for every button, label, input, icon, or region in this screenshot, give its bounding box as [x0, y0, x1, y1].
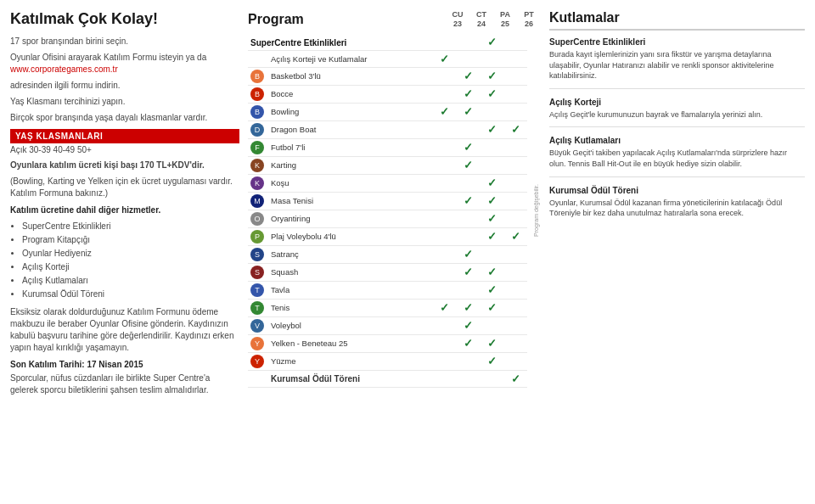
check-cu	[432, 210, 456, 227]
table-row: BBocce✓✓	[248, 85, 527, 103]
check-cu: ✓	[432, 299, 456, 316]
check-ct	[456, 120, 480, 138]
row-name: Oryantiring	[268, 210, 432, 227]
check-ct	[456, 370, 480, 387]
price-note: (Bowling, Karting ve Yelken için ek ücre…	[10, 176, 239, 199]
icon-cell: Y	[248, 352, 268, 370]
check-ct	[456, 50, 480, 67]
check-cu: ✓	[432, 103, 456, 120]
check-pt	[503, 210, 527, 227]
check-cu	[432, 352, 456, 370]
check-pt	[503, 316, 527, 334]
table-row: BBowling✓✓	[248, 103, 527, 120]
section-divider	[549, 176, 805, 177]
check-pa	[480, 138, 503, 156]
icon-cell: B	[248, 85, 268, 103]
check-pa	[480, 370, 503, 387]
list-item: Açılış Korteji	[22, 260, 239, 274]
row-name: Yüzme	[268, 352, 432, 370]
sport-icon: M	[250, 194, 264, 208]
check-ct: ✓	[456, 245, 480, 263]
table-row: MMasa Tenisi✓✓	[248, 192, 527, 210]
icon-cell: O	[248, 210, 268, 227]
check-ct: ✓	[456, 85, 480, 103]
row-name: Masa Tenisi	[268, 192, 432, 210]
check-pa	[480, 103, 503, 120]
sport-icon: F	[250, 141, 264, 154]
left-column: Katılmak Çok Kolay! 17 spor branşından b…	[10, 10, 239, 494]
kutlamalar-sections: SuperCentre EtkinlikleriBurada kayıt işl…	[549, 37, 805, 219]
kut-section: Kurumsal Ödül TöreniOyunlar, Kurumsal Öd…	[549, 186, 805, 219]
check-cu	[432, 370, 456, 387]
table-row: TTavla✓	[248, 281, 527, 299]
icon-cell: M	[248, 192, 268, 210]
kut-section-title: Açılış Korteji	[549, 98, 805, 107]
icon-cell: V	[248, 316, 268, 334]
program-table: SuperCentre Etkinlikleri ✓ Açılış Kortej…	[248, 34, 527, 388]
col-hdr-pt: PT26	[517, 10, 541, 29]
check-pa	[480, 156, 503, 174]
check-cu	[432, 316, 456, 334]
table-row: YYüzme✓	[248, 352, 527, 370]
left-subtitle: 17 spor branşından birini seçin.	[10, 36, 239, 48]
row-name: Açılış Korteji ve Kutlamalar	[268, 50, 432, 67]
icon-cell: S	[248, 263, 268, 281]
row-name: Tavla	[268, 281, 432, 299]
icon-cell: S	[248, 245, 268, 263]
check-ct	[456, 227, 480, 245]
table-row: KKarting✓	[248, 156, 527, 174]
check-pt	[503, 245, 527, 263]
check-ct	[456, 352, 480, 370]
check-pt	[503, 192, 527, 210]
check-pt: ✓	[503, 120, 527, 138]
sport-icon: T	[250, 283, 264, 297]
icon-cell	[248, 370, 268, 387]
sport-icon: V	[250, 319, 264, 333]
section-header: SuperCentre Etkinlikleri	[248, 34, 432, 51]
registration-info: Eksiksiz olarak doldurduğunuz Katılım Fo…	[10, 306, 239, 354]
check-pt: ✓	[503, 227, 527, 245]
check-cu	[432, 120, 456, 138]
section-divider	[549, 126, 805, 127]
deadline-note: Sporcular, nüfus cüzdanları ile birlikte…	[10, 372, 239, 396]
row-name: Karting	[268, 156, 432, 174]
website-link[interactable]: www.corporategames.com.tr	[10, 64, 118, 74]
table-row: VVoleybol✓	[248, 316, 527, 334]
row-name: Bocce	[268, 85, 432, 103]
check-pt	[503, 352, 527, 370]
sport-icon: T	[250, 301, 264, 315]
check-pa: ✓	[480, 263, 503, 281]
icon-cell: K	[248, 156, 268, 174]
sport-icon: P	[250, 230, 264, 244]
price-label: Oyunlara katılım ücreti kişi başı 170 TL…	[10, 160, 239, 171]
check-cu	[432, 156, 456, 174]
icon-cell: T	[248, 281, 268, 299]
check-pt	[503, 263, 527, 281]
icon-cell	[248, 50, 268, 67]
check-ct: ✓	[456, 316, 480, 334]
icon-cell: Y	[248, 334, 268, 352]
row-name: Tenis	[268, 299, 432, 316]
kut-section: Açılış KutlamalarıBüyük Geçit'i takiben …	[549, 136, 805, 176]
table-row: OOryantiring✓	[248, 210, 527, 227]
table-row: SSatranç✓	[248, 245, 527, 263]
kut-section-title: Kurumsal Ödül Töreni	[549, 186, 805, 195]
check-pa: ✓	[480, 174, 503, 192]
col-hdr-pa: PA25	[493, 10, 517, 29]
included-list: SuperCentre Etkinlikleri Program Kitapçı…	[22, 220, 239, 301]
table-row: SSquash✓✓	[248, 263, 527, 281]
icon-cell: T	[248, 299, 268, 316]
check-pa: ✓	[480, 34, 503, 51]
kut-section-title: Açılış Kutlamaları	[549, 136, 805, 145]
left-p2: adresinden ilgili formu indirin.	[10, 80, 239, 92]
kut-section-text: Açılış Geçit'le kurumunuzun bayrak ve fl…	[549, 109, 805, 120]
row-name: Bowling	[268, 103, 432, 120]
row-name: Kurumsal Ödül Töreni	[268, 370, 432, 387]
yas-banner: YAŞ KLASMANLARI	[10, 129, 239, 143]
row-name: Voleybol	[268, 316, 432, 334]
left-p3: Yaş Klasmanı tercihinizi yapın.	[10, 96, 239, 108]
sport-icon: K	[250, 176, 264, 190]
check-pt	[503, 156, 527, 174]
sport-icon: B	[250, 87, 264, 101]
table-row: FFutbol 7'li✓	[248, 138, 527, 156]
